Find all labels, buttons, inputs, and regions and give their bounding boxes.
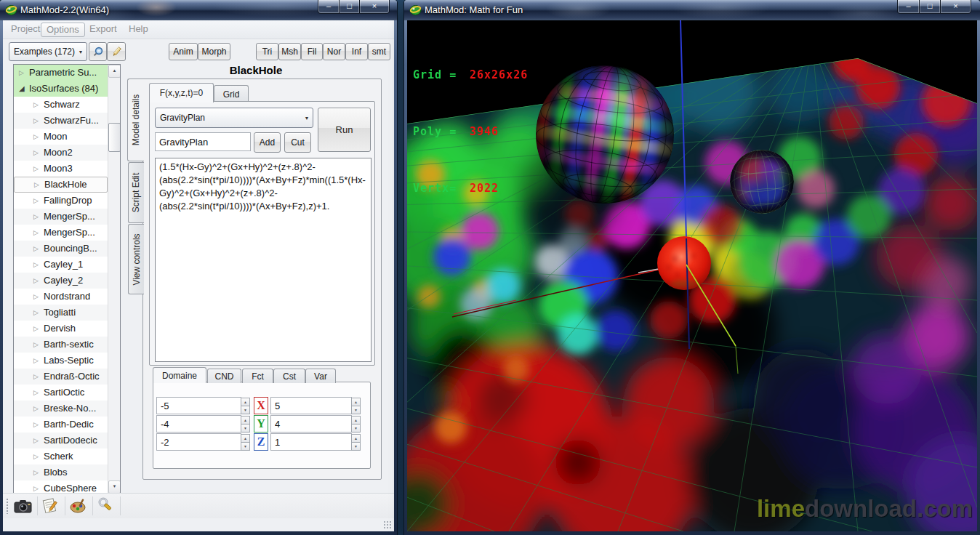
tree-item[interactable]: ▷Labs-Septic xyxy=(14,353,108,369)
x-min-input[interactable] xyxy=(156,397,241,414)
page-title: BlackHole xyxy=(128,64,384,76)
spin-down-icon[interactable]: ▼ xyxy=(241,442,250,451)
spin-down-icon[interactable]: ▼ xyxy=(241,406,250,414)
z-min-input[interactable] xyxy=(156,433,241,451)
spin-down-icon[interactable]: ▼ xyxy=(351,442,361,451)
x-max-input[interactable] xyxy=(270,397,352,414)
tree-item[interactable]: ▷Moon2 xyxy=(14,145,108,161)
morph-button[interactable]: Morph xyxy=(198,43,230,60)
tab-cst[interactable]: Cst xyxy=(273,369,305,383)
msh-button[interactable]: Msh xyxy=(278,43,301,60)
pencil-icon xyxy=(111,46,123,58)
tab-grid[interactable]: Grid xyxy=(214,85,249,102)
tab-model-details[interactable]: Model details xyxy=(127,79,144,161)
textures-button[interactable] xyxy=(68,496,89,515)
tab-fct[interactable]: Fct xyxy=(242,369,273,383)
z-max-input[interactable] xyxy=(270,433,352,451)
tree-item[interactable]: ▷Cayley_2 xyxy=(14,273,108,289)
tree-item[interactable]: ▷MengerSp... xyxy=(14,225,108,241)
scroll-up-icon[interactable]: ▲ xyxy=(108,65,121,78)
scroll-down-icon[interactable]: ▼ xyxy=(108,480,121,494)
tree-item[interactable]: ▷Dervish xyxy=(14,321,108,337)
menu-project[interactable]: Project xyxy=(6,23,45,36)
model-select-dropdown[interactable]: GravityPlan ▼ xyxy=(155,108,313,128)
tab-script-edit[interactable]: Script Edit xyxy=(128,162,144,223)
camera-icon xyxy=(13,496,33,515)
tree-collapsed-icon: ▷ xyxy=(33,305,39,321)
examples-dropdown[interactable]: Examples (172) ▼ xyxy=(9,42,87,61)
tree-collapsed-icon: ▷ xyxy=(33,257,39,273)
tree-item[interactable]: ▷Blobs xyxy=(14,464,108,480)
tree-collapsed-icon: ▷ xyxy=(33,337,39,353)
spin-down-icon[interactable]: ▼ xyxy=(241,424,250,433)
y-max-input[interactable] xyxy=(270,415,352,433)
tree-item[interactable]: ▷Schwarz xyxy=(14,97,108,113)
tree-item[interactable]: ▷SartiDodecic xyxy=(14,433,108,448)
menu-help[interactable]: Help xyxy=(124,23,153,36)
tree-item-isosurfaces[interactable]: ◢IsoSurfaces (84) xyxy=(14,81,108,97)
menu-export[interactable]: Export xyxy=(84,23,122,36)
tree-item[interactable]: ▷Barth-sextic xyxy=(14,337,108,353)
search-button[interactable] xyxy=(89,42,107,61)
nor-button[interactable]: Nor xyxy=(323,43,345,60)
domain-row-x: ▲▼ X ▲▼ xyxy=(156,397,361,414)
tab-domaine[interactable]: Domaine xyxy=(153,367,206,383)
tools-button[interactable] xyxy=(96,496,116,515)
tree-item[interactable]: ▷Barth-Dedic xyxy=(14,417,108,433)
formula-editor[interactable]: (1.5*(Hx-Gy)^2+(Gx+Hy)^2+(z+.8)^2-(abs(2… xyxy=(155,158,371,362)
maximize-button[interactable]: □ xyxy=(919,0,941,14)
tab-fxyzt[interactable]: F(x,y,z,t)=0 xyxy=(149,83,214,102)
tree-item[interactable]: ▷BouncingB... xyxy=(14,241,108,257)
tri-button[interactable]: Tri xyxy=(256,43,278,60)
tree-item[interactable]: ▷Nordstrand xyxy=(14,289,108,305)
minimize-button[interactable]: – xyxy=(897,0,920,14)
window-mathmod-main: MathMod-2.2(Win64) – □ × Project Options… xyxy=(0,0,397,535)
anim-button[interactable]: Anim xyxy=(169,43,198,60)
tab-cnd[interactable]: CND xyxy=(207,369,241,383)
tree-scrollbar[interactable]: ▲ ▼ xyxy=(108,65,120,494)
tree-item[interactable]: ▷Cayley_1 xyxy=(14,257,108,273)
tab-var[interactable]: Var xyxy=(305,369,336,383)
resize-grip[interactable] xyxy=(383,520,392,529)
inf-button[interactable]: Inf xyxy=(345,43,368,60)
titlebar[interactable]: MathMod: Math for Fun – □ × xyxy=(404,0,980,20)
tree-item[interactable]: ▷Moon xyxy=(14,129,108,145)
tree-item-parametric[interactable]: ▷Parametric Su... xyxy=(14,65,108,81)
tree-item[interactable]: ▷Moon3 xyxy=(14,161,108,177)
fil-button[interactable]: Fil xyxy=(301,43,323,60)
spin-down-icon[interactable]: ▼ xyxy=(351,406,361,414)
tree-item[interactable]: ▷Breske-No... xyxy=(14,401,108,417)
tree-item[interactable]: ▷MengerSp... xyxy=(14,209,108,225)
titlebar[interactable]: MathMod-2.2(Win64) – □ × xyxy=(0,0,397,20)
domain-row-y: ▲▼ Y ▲▼ xyxy=(156,415,361,433)
spin-down-icon[interactable]: ▼ xyxy=(351,424,361,433)
close-button[interactable]: × xyxy=(940,0,971,14)
toolbar-drag-handle[interactable] xyxy=(6,498,9,514)
minimize-button[interactable]: – xyxy=(318,0,340,14)
tree-item[interactable]: ▷FallingDrop xyxy=(14,193,108,209)
model-name-input[interactable] xyxy=(155,132,251,151)
tree-collapsed-icon: ▷ xyxy=(33,417,39,433)
menu-options[interactable]: Options xyxy=(41,23,85,37)
opengl-viewport[interactable]: Grid =26x26x26 Poly =3946 Vertx=2022 lim… xyxy=(407,20,977,531)
run-button[interactable]: Run xyxy=(318,108,371,152)
cut-button[interactable]: Cut xyxy=(284,132,311,153)
chevron-down-icon: ▼ xyxy=(75,49,87,55)
close-button[interactable]: × xyxy=(359,0,390,14)
edit-button[interactable] xyxy=(107,42,126,61)
tree-item[interactable]: ▷SartiOctic xyxy=(14,385,108,401)
notes-button[interactable] xyxy=(41,496,61,515)
maximize-button[interactable]: □ xyxy=(339,0,360,14)
tree-item[interactable]: ▷Togliatti xyxy=(14,305,108,321)
tab-view-controls[interactable]: View controls xyxy=(128,224,144,294)
scrollbar-thumb[interactable] xyxy=(108,123,121,152)
tree-item-blackhole-selected[interactable]: ▷BlackHole xyxy=(14,177,108,193)
smt-button[interactable]: smt xyxy=(368,43,390,60)
y-min-input[interactable] xyxy=(156,415,241,433)
screenshot-button[interactable] xyxy=(13,496,33,515)
tree-item[interactable]: ▷SchwarzFu... xyxy=(14,113,108,129)
domain-row-z: ▲▼ Z ▲▼ xyxy=(156,433,361,451)
tree-item[interactable]: ▷Scherk xyxy=(14,448,108,464)
add-button[interactable]: Add xyxy=(254,132,281,153)
tree-item[interactable]: ▷Endraß-Octic xyxy=(14,369,108,385)
